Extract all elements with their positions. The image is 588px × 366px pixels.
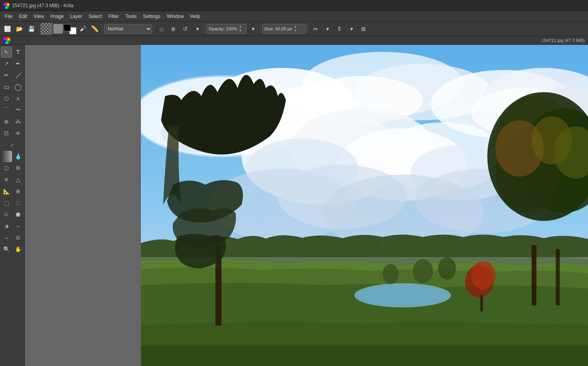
menu-tools[interactable]: Tools bbox=[122, 12, 140, 20]
krita-logo bbox=[3, 37, 10, 44]
tool-row-3: ✏ — bbox=[1, 70, 24, 81]
zoom-tool[interactable]: 🔍 bbox=[1, 244, 12, 255]
transform-tool[interactable]: ⊡ bbox=[1, 128, 12, 139]
menu-file[interactable]: File bbox=[2, 12, 16, 20]
open-button[interactable]: 📂 bbox=[14, 23, 25, 34]
fill-color-button[interactable] bbox=[53, 24, 63, 34]
new-button[interactable]: ⬜ bbox=[2, 23, 13, 34]
tool-row-7: ⊗ ⁂ bbox=[1, 116, 24, 127]
tool-row-4: ▭ ◯ bbox=[1, 81, 24, 92]
menu-window[interactable]: Window bbox=[164, 12, 187, 20]
move-tool[interactable]: ✛ bbox=[12, 128, 24, 139]
menu-filter[interactable]: Filter bbox=[105, 12, 122, 20]
info-bar: 154721.jpg (47.3 MiB) bbox=[0, 36, 588, 45]
opacity-dropdown[interactable]: ▾ bbox=[247, 23, 259, 34]
title-bar: 154721.jpg (47.3 MiB) - Krita bbox=[0, 0, 588, 11]
contiguous-selection-tool-2[interactable]: ⊝ bbox=[12, 232, 24, 243]
menu-edit[interactable]: Edit bbox=[16, 12, 30, 20]
color-picker-tool[interactable]: 💧 bbox=[12, 151, 24, 162]
ellipse-selection-tool[interactable]: ◌ bbox=[12, 197, 24, 208]
blend-mode-select[interactable]: Normal Multiply Screen Overlay bbox=[104, 24, 152, 34]
bezier-tool[interactable]: ⌒ bbox=[1, 104, 12, 116]
mirror-v-button[interactable]: ⇕ bbox=[334, 23, 345, 34]
bezier-selection-tool[interactable]: ⌣ bbox=[12, 220, 24, 232]
tool-row-6: ⌒ 〜 bbox=[1, 104, 24, 116]
mirror-h-button[interactable]: ⇔ bbox=[310, 23, 321, 34]
shape-select-tool[interactable]: ↗ bbox=[1, 58, 12, 69]
menu-select[interactable]: Select bbox=[85, 12, 105, 20]
brush-size-button[interactable]: ✏️ bbox=[89, 23, 100, 34]
ellipse-tool[interactable]: ◯ bbox=[12, 81, 24, 92]
menu-help[interactable]: Help bbox=[187, 12, 203, 20]
foreground-color[interactable] bbox=[64, 24, 71, 31]
tool-row-2: ↗ ✒ bbox=[1, 58, 24, 69]
mirror-v-dropdown[interactable]: ▾ bbox=[346, 23, 357, 34]
tool-row-5: ⬡ ∧ bbox=[1, 93, 24, 104]
crop-tool[interactable]: ⌐ bbox=[7, 139, 18, 150]
svg-point-25 bbox=[358, 285, 447, 305]
freehand-path-tool[interactable]: 〜 bbox=[12, 104, 24, 116]
size-down[interactable]: ▼ bbox=[293, 29, 298, 33]
polygon-tool[interactable]: ⬡ bbox=[1, 93, 12, 104]
similar-selection-tool[interactable]: ⬗ bbox=[1, 220, 12, 232]
colorize-mask-tool[interactable]: ⬡ bbox=[1, 162, 12, 174]
text-tool[interactable]: T bbox=[12, 46, 24, 58]
tool-row-8: ⊡ ✛ bbox=[1, 128, 24, 139]
sep6 bbox=[308, 24, 308, 33]
svg-point-40 bbox=[438, 257, 456, 280]
multibrush-tool[interactable]: ⁂ bbox=[12, 116, 24, 127]
size-spinner[interactable]: ▲ ▼ bbox=[293, 25, 298, 33]
color-swatches[interactable] bbox=[64, 23, 76, 34]
pattern-button[interactable] bbox=[40, 23, 52, 35]
enclose-fill-tool[interactable]: △ bbox=[12, 174, 24, 185]
tool-row-10: 💧 bbox=[1, 151, 24, 162]
contiguous-selection-tool[interactable]: ⬟ bbox=[12, 209, 24, 220]
fill-tool[interactable]: ✕ bbox=[1, 174, 12, 185]
tool-row-12: ✕ △ bbox=[1, 174, 24, 185]
file-info: 154721.jpg (47.3 MiB) bbox=[542, 38, 585, 43]
pan-tool[interactable]: ✋ bbox=[12, 244, 24, 255]
opacity-label: Opacity: 100% bbox=[209, 26, 237, 31]
freehand-selection-tool[interactable]: ⊂ bbox=[1, 209, 12, 220]
preserve-alpha-button[interactable]: ⊕ bbox=[168, 23, 179, 34]
menu-image[interactable]: Image bbox=[47, 12, 67, 20]
mirror-h-dropdown[interactable]: ▾ bbox=[322, 23, 333, 34]
sep4 bbox=[205, 24, 205, 33]
reference-tool[interactable]: ⊕ bbox=[12, 186, 24, 197]
opacity-spinner[interactable]: ▲ ▼ bbox=[238, 25, 243, 33]
rect-selection-tool[interactable]: ⬚ bbox=[1, 197, 12, 208]
menu-layer[interactable]: Layer bbox=[67, 12, 85, 20]
main-layout: ↖ T ↗ ✒ ✏ — ▭ ◯ ⬡ ∧ ⌒ 〜 ⊗ ⁂ ⊡ ✛ bbox=[0, 45, 588, 366]
menu-settings[interactable]: Settings bbox=[140, 12, 163, 20]
line-tool[interactable]: — bbox=[10, 67, 25, 83]
smart-patch-tool[interactable]: ⚙ bbox=[12, 162, 24, 174]
tool-row-1: ↖ T bbox=[1, 46, 24, 58]
polyline-tool[interactable]: ∧ bbox=[12, 93, 24, 104]
wet-paint-dropdown[interactable]: ▾ bbox=[192, 23, 203, 34]
magnetic-selection-tool[interactable]: ⌢ bbox=[1, 232, 12, 243]
menu-view[interactable]: View bbox=[30, 12, 47, 20]
canvas-image bbox=[141, 45, 588, 366]
dynamic-brush-tool[interactable]: ⊗ bbox=[1, 116, 12, 127]
size-up[interactable]: ▲ bbox=[293, 25, 298, 29]
svg-point-37 bbox=[471, 261, 495, 289]
wrap-button[interactable]: ⊞ bbox=[358, 23, 369, 34]
tool-row-11: ⬡ ⚙ bbox=[1, 162, 24, 174]
size-container: Size: 40.00 px ▲ ▼ bbox=[262, 24, 306, 34]
rectangle-tool[interactable]: ▭ bbox=[1, 81, 12, 92]
measurement-tool[interactable]: 📐 bbox=[1, 186, 12, 197]
svg-point-41 bbox=[383, 264, 399, 284]
svg-rect-38 bbox=[480, 295, 483, 311]
menu-bar: File Edit View Image Layer Select Filter… bbox=[0, 11, 588, 22]
tool-row-16: ⬗ ⌣ bbox=[1, 220, 24, 232]
brush-preset-button[interactable]: 🖌 bbox=[77, 23, 88, 34]
gradient-tool[interactable] bbox=[1, 151, 12, 162]
wet-paint-button[interactable]: ↺ bbox=[180, 23, 191, 34]
erase-button[interactable]: ◇ bbox=[156, 23, 167, 34]
size-label: Size: 40.00 px bbox=[264, 26, 292, 31]
opacity-down[interactable]: ▼ bbox=[238, 29, 243, 33]
select-tool[interactable]: ↖ bbox=[1, 46, 12, 58]
opacity-up[interactable]: ▲ bbox=[238, 25, 243, 29]
sep5 bbox=[260, 24, 261, 33]
save-button[interactable]: 💾 bbox=[26, 23, 37, 34]
